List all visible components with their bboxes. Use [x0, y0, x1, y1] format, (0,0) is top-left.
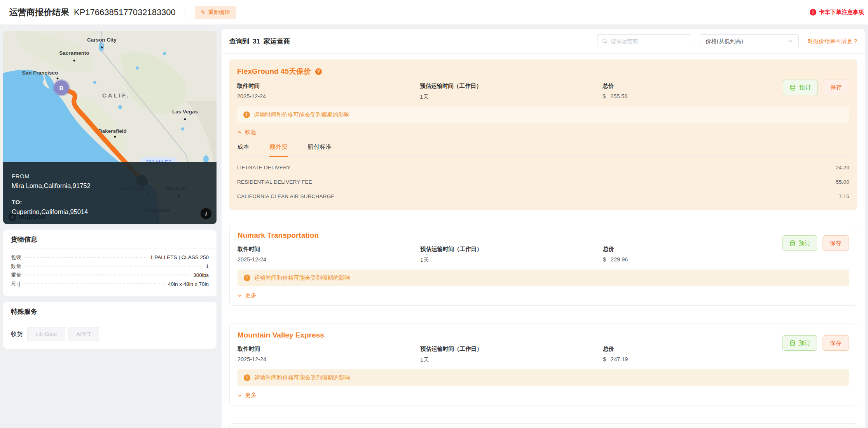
book-button[interactable]: 预订 [782, 335, 817, 351]
city-label-san-francisco: San Francisco [22, 70, 58, 76]
pickup-date: 2025-12-24 [238, 256, 420, 263]
left-sidebar: Carson City Sacramento San Francisco CAL… [3, 31, 217, 349]
notice-label: 卡车下单注意事项 [819, 9, 864, 16]
cargo-row-weight: 重量 300lbs [11, 272, 209, 281]
carrier-card-numark: Numark Transportation 取件时间 2025-12-24 预估… [229, 224, 857, 306]
mapbox-logo-icon [9, 213, 16, 221]
city-label-carson-city: Carson City [87, 37, 117, 43]
carrier-name: Mountain Valley Express [238, 331, 849, 339]
warning-icon: ! [244, 275, 250, 281]
marker-b-label: B [59, 85, 64, 91]
chevron-down-icon [238, 393, 242, 398]
chevron-up-icon [237, 130, 242, 135]
currency-symbol: $ [603, 93, 606, 99]
cargo-info-card: 货物信息 包装 1 PALLETS | CLASS 250 数量 1 重量 30… [3, 230, 217, 296]
result-count: 查询到 31 家运营商 [229, 37, 290, 46]
carrier-card-mountain-valley: Mountain Valley Express 取件时间 2025-12-24 … [229, 324, 857, 405]
cargo-row-package: 包装 1 PALLETS | CLASS 250 [11, 254, 209, 263]
transit-days: 1天 [420, 93, 603, 101]
price-value: $ 255.56 [603, 93, 785, 99]
dashed-leader [25, 284, 164, 284]
dissatisfied-feedback-link[interactable]: 对报价结果不满意 ? [807, 38, 857, 45]
city-label-las-vegas: Las Vegas [172, 109, 198, 115]
sort-select-value: 价格(从低到高) [706, 38, 743, 45]
cargo-info-title: 货物信息 [3, 230, 217, 249]
truck-order-notice-link[interactable]: ! 卡车下单注意事项 [810, 9, 864, 16]
holiday-warning: ! 运输时间和价格可能会受到假期的影响 [238, 270, 849, 286]
carrier-card-list: FlexGround 45天保价 ? 取件时间 2025-12-24 预估运输时… [222, 54, 865, 428]
fee-row: LIFTGATE DELIVERY 24.20 [237, 160, 849, 175]
more-link[interactable]: 更多 [238, 391, 257, 399]
carrier-name: FlexGround 45天保价 ? [237, 66, 849, 77]
price-amount: 255.56 [610, 93, 627, 99]
cargo-row-quantity: 数量 1 [11, 263, 209, 272]
search-input[interactable] [611, 38, 686, 44]
transit-time-col: 预估运输时间（工作日） 1天 [420, 82, 603, 101]
dashed-leader [25, 266, 202, 266]
to-label: TO: [12, 199, 208, 205]
tag-lift-gate: Lift-Gate [27, 327, 65, 341]
help-icon[interactable]: ? [315, 68, 322, 75]
from-label: FROM [12, 173, 208, 179]
active-tab-indicator [269, 156, 288, 157]
map-info-icon[interactable]: i [201, 208, 211, 219]
quote-results-page: 运营商报价结果 KP1766385177032183300 ✎ 重新编辑 ! 卡… [0, 0, 868, 428]
reedit-button[interactable]: ✎ 重新编辑 [195, 6, 236, 19]
result-count-number: 31 [253, 38, 260, 45]
pencil-icon: ✎ [201, 9, 206, 16]
coins-icon [789, 84, 796, 91]
carrier-search-box[interactable] [597, 34, 691, 48]
mapbox-logo: mapbox [9, 213, 45, 221]
price-amount: 247.19 [611, 356, 628, 362]
chevron-down-icon [238, 293, 242, 298]
tab-track [237, 156, 849, 157]
receiving-label: 收货 [11, 331, 23, 338]
pickup-date: 2025-12-24 [238, 356, 420, 362]
currency-symbol: $ [603, 256, 606, 263]
cargo-row-dimensions: 尺寸 40in x 48in x 70in [11, 281, 209, 290]
state-label-calif: CALIF. [102, 92, 130, 99]
book-button[interactable]: 预订 [782, 235, 817, 251]
extra-fee-list: LIFTGATE DELIVERY 24.20 RESIDENTIAL DELI… [237, 160, 849, 204]
city-label-bakersfield: Bakersfield [98, 128, 127, 134]
sort-select[interactable]: 价格(从低到高) [700, 34, 799, 48]
transit-time-col: 预估运输时间（工作日） 1天 [420, 345, 603, 364]
more-link[interactable]: 更多 [238, 292, 257, 299]
pickup-time-col: 取件时间 2025-12-24 [238, 345, 420, 364]
tab-compensation[interactable]: 赔付标准 [308, 143, 332, 151]
tag-appt: APPT [68, 327, 100, 341]
dashed-leader [25, 257, 146, 257]
tab-extra-fee[interactable]: 额外费 [269, 143, 288, 151]
page-title: 运营商报价结果 [9, 7, 69, 18]
fee-row: RESIDENTIAL DELIVERY FEE 55.00 [237, 175, 849, 189]
coins-icon [789, 340, 796, 346]
price-amount: 229.96 [611, 256, 628, 263]
tab-cost[interactable]: 成本 [237, 143, 249, 151]
detail-tabs: 成本 额外费 赔付标准 [237, 143, 849, 157]
carrier-card-flexground: FlexGround 45天保价 ? 取件时间 2025-12-24 预估运输时… [229, 59, 857, 210]
price-value: $ 247.19 [603, 356, 786, 362]
route-map[interactable]: Carson City Sacramento San Francisco CAL… [3, 31, 217, 224]
carrier-name: Numark Transportation [238, 231, 849, 240]
transit-days: 1天 [420, 256, 603, 264]
book-button[interactable]: 预订 [783, 80, 817, 95]
chevron-down-icon [788, 38, 793, 44]
save-button[interactable]: 保存 [823, 80, 849, 95]
city-label-sacramento: Sacramento [59, 50, 89, 56]
total-price-col: 总价 $ 229.96 [603, 245, 786, 264]
save-button[interactable]: 保存 [823, 235, 849, 251]
results-header: 查询到 31 家运营商 价格(从低到高) 对 [222, 29, 865, 54]
alert-icon: ! [810, 9, 816, 16]
carrier-card-custom-companies: Custom Companies Inc 取件时间 2025-12-24 预估运… [229, 423, 857, 428]
save-button[interactable]: 保存 [823, 335, 849, 351]
collapse-link[interactable]: 收起 [237, 129, 256, 136]
holiday-warning: ! 运输时间和价格可能会受到假期的影响 [238, 369, 849, 386]
pickup-time-col: 取件时间 2025-12-24 [238, 245, 420, 264]
dashed-leader [25, 275, 189, 275]
fee-row: CALIFORNIA CLEAN AIR SURCHARGE 7.15 [237, 189, 849, 204]
holiday-warning: ! 运输时间和价格可能会受到假期的影响 [237, 106, 849, 123]
topbar: 运营商报价结果 KP1766385177032183300 ✎ 重新编辑 ! 卡… [0, 0, 868, 25]
divider [185, 7, 185, 17]
total-price-col: 总价 $ 247.19 [603, 345, 786, 364]
coins-icon [789, 240, 796, 247]
